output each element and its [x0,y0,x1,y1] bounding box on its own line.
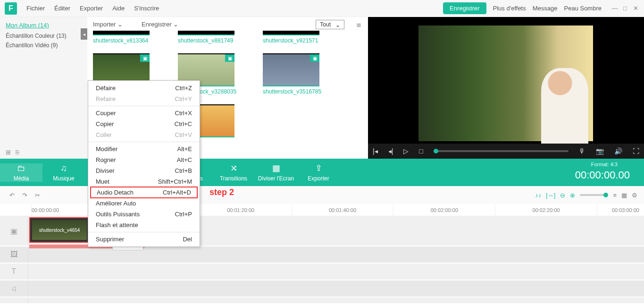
text-track-icon: T [0,264,28,280]
filter-select[interactable]: Tout [316,20,344,29]
menu-help[interactable]: Aide [108,5,129,12]
stop-icon[interactable]: □ [419,147,423,155]
tab-transitions[interactable]: ⤨Transitions [212,163,255,182]
maximize-icon[interactable]: □ [621,5,629,12]
audio-track[interactable]: ♫ [0,280,644,298]
menu-edit[interactable]: Éditer [50,5,75,12]
context-item-défaire[interactable]: DéfaireCtrl+Z [88,83,200,94]
context-item-couper[interactable]: CouperCtrl+X [88,108,200,119]
tab-export[interactable]: ⇪Exporter [297,163,340,182]
marker-icon[interactable]: [↔] [546,192,555,199]
close-icon[interactable]: ✕ [632,5,639,12]
ruler-tick: 00:03:00:00 [597,204,644,216]
media-thumb[interactable]: shutterstock_v921571 [263,31,334,44]
context-item-coller: CollerCtrl+V [88,129,200,140]
view-list-icon[interactable]: ≡ [613,192,617,199]
add-folder-icon[interactable]: ⊞ [6,149,11,156]
video-icon: ▣ [225,54,234,62]
import-dropdown[interactable]: Importer [93,21,123,28]
menu-file[interactable]: Fichier [22,5,50,12]
list-view-icon[interactable]: ≣ [356,21,361,28]
app-logo: F [5,2,17,15]
preview-controls: |◂ ◂| ▷ □ 🎙 📷 🔊 ⛶ [368,144,644,159]
settings-icon[interactable]: ⚙ [632,192,637,199]
cut-icon[interactable]: ✂ [35,192,40,199]
context-item-diviser[interactable]: DiviserCtrl+B [88,165,200,176]
undo-icon[interactable]: ↶ [9,192,15,199]
register-button[interactable]: Enregistrer [443,2,486,14]
timeline-clip[interactable]: shutterstock_v4654 [29,217,90,243]
more-effects-link[interactable]: Plus d'effets [493,5,526,12]
context-item-outils-puissants[interactable]: Outils PuissantsCtrl+P [88,209,200,220]
prev-frame-icon[interactable]: ◂| [388,147,393,155]
context-menu: DéfaireCtrl+ZRefaireCtrl+YCouperCtrl+XCo… [88,80,200,247]
volume-icon[interactable]: 🔊 [614,147,622,155]
preview-frame [418,26,593,141]
message-link[interactable]: Message [533,5,558,12]
ruler-tick: 00:00:00:00 [31,204,88,216]
sidebar-item[interactable]: Échantillon Couleur (13) [6,33,82,39]
mic-icon[interactable]: 🎙 [579,147,585,155]
context-item-rogner[interactable]: RognerAlt+C [88,154,200,165]
media-thumb[interactable]: shutterstock_v813364 [93,31,164,44]
transition-icon: ⤨ [230,163,237,173]
folder-icon: 🗀 [17,163,25,173]
ruler-tick: 00:02:00:00 [393,204,495,216]
topbar: F Fichier Éditer Exporter Aide S'inscrir… [0,0,644,17]
media-thumb[interactable]: shutterstock_v881749 [178,31,249,44]
video-icon: ▣ [310,54,319,62]
context-item-copier[interactable]: CopierCtrl+C [88,119,200,129]
record-dropdown[interactable]: Enregistrer [142,21,178,28]
clip-label: shutterstock_v4654 [32,220,87,240]
context-item-modifier[interactable]: ModifierAlt+E [88,144,200,154]
preview-panel: |◂ ◂| ▷ □ 🎙 📷 🔊 ⛶ [368,17,644,159]
dark-skin-link[interactable]: Peau Sombre [564,5,602,12]
collapse-sidebar-icon[interactable]: ◂ [81,28,87,40]
play-icon[interactable]: ▷ [403,147,409,155]
context-item-supprimer[interactable]: SupprimerDel [88,234,200,245]
split-icon: ▦ [272,163,280,173]
add-media-icon[interactable]: ⎘ [16,149,19,156]
preview-scrubber[interactable] [434,150,569,152]
snapshot-icon[interactable]: 📷 [596,147,604,155]
tab-music[interactable]: ♫Musique [42,163,85,182]
ruler-tick: 00:01:20:00 [190,204,292,216]
redo-icon[interactable]: ↷ [22,192,27,199]
text-track[interactable]: T [0,264,644,280]
context-item-refaire: RefaireCtrl+Y [88,94,200,104]
export-icon: ⇪ [315,163,322,173]
image-track[interactable]: 🖼 [0,246,644,264]
album-link[interactable]: Mon Album (14) [6,22,82,29]
media-thumb[interactable]: ▣shutterstock_v3516785 [263,53,334,95]
ruler-tick: 00:01:40:00 [292,204,393,216]
music-icon: ♫ [60,163,67,173]
context-item-améliorer-auto[interactable]: Améliorer Auto [88,198,200,209]
timecode: 00:00:00.00 [575,169,630,181]
zoom-in-icon[interactable]: ⊕ [570,192,575,199]
audio-track-icon: ♫ [0,280,28,297]
prev-start-icon[interactable]: |◂ [373,147,378,155]
ruler-tick: 00:02:20:00 [495,204,597,216]
extra-track[interactable] [0,298,644,304]
preview-subject [541,68,588,144]
sidebar-item[interactable]: Échantillon Vidéo (9) [6,42,82,49]
library-sidebar: Mon Album (14) Échantillon Couleur (13) … [0,17,87,159]
format-label: Format: 4:3 [591,162,618,167]
annotation-step2: step 2 [209,187,234,197]
menu-export[interactable]: Exporter [75,5,108,12]
zoom-out-icon[interactable]: ⊖ [560,192,565,199]
zoom-slider[interactable] [580,194,608,196]
context-item-flash-et-attente[interactable]: Flash et attente [88,220,200,230]
audio-tool-icon[interactable]: ♪♪ [535,192,541,199]
image-track-icon: 🖼 [0,246,28,263]
view-grid-icon[interactable]: ▦ [621,192,627,199]
context-item-audio-detach[interactable]: Audio DetachCtrl+Alt+D [90,187,198,198]
context-item-muet[interactable]: MuetShift+Ctrl+M [88,176,200,187]
tab-split-screen[interactable]: ▦Diviser l'Ecran [255,163,297,182]
fullscreen-icon[interactable]: ⛶ [633,147,639,155]
minimize-icon[interactable]: — [611,5,619,12]
menu-signup[interactable]: S'inscrire [129,5,164,12]
video-track-icon: ▣ [0,216,28,246]
video-icon: ▣ [140,54,150,62]
tab-media[interactable]: 🗀Média [0,163,42,182]
